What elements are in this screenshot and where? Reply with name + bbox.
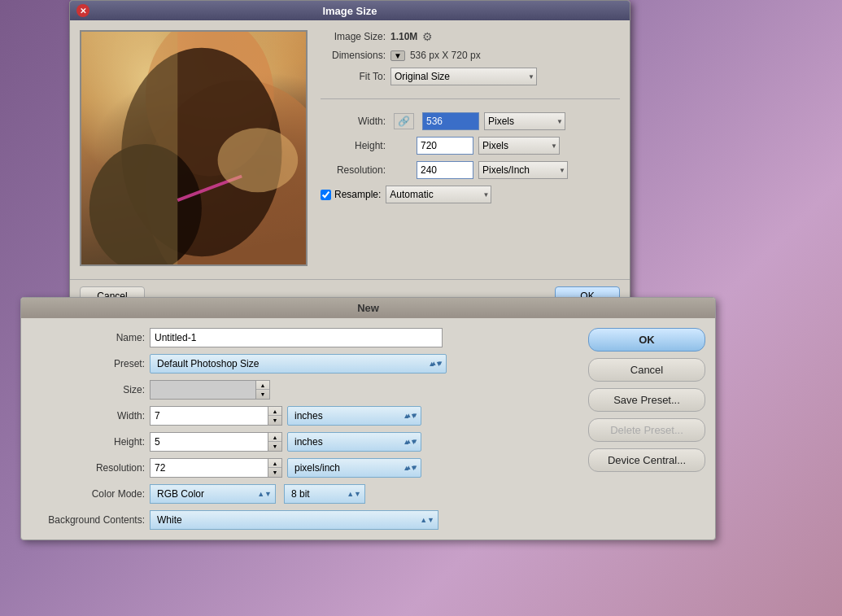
image-size-value: 1.10M [390, 31, 417, 42]
background-select-wrapper: White ▲▼ [150, 510, 438, 530]
new-cancel-button[interactable]: Cancel [588, 358, 705, 382]
resample-checkbox-label[interactable]: Resample: [321, 189, 381, 200]
preset-select-wrapper: Default Photoshop Size ▲▼ [150, 354, 447, 374]
svg-rect-6 [81, 32, 177, 264]
device-central-button[interactable]: Device Central... [588, 448, 705, 472]
width-stepper-down[interactable]: ▼ [268, 416, 281, 425]
new-height-row: Height: ▲ ▼ inches ▲▼ [31, 432, 575, 452]
height-row: Height: Pixels [321, 137, 620, 155]
image-preview [80, 30, 308, 266]
preset-label: Preset: [31, 358, 145, 369]
height-label: Height: [321, 140, 386, 151]
background-select[interactable]: White [150, 510, 438, 530]
image-size-title: Image Size [322, 5, 377, 17]
resample-label: Resample: [334, 189, 381, 200]
width-unit-wrapper: Pixels [484, 112, 565, 130]
height-unit-select[interactable]: Pixels [478, 137, 560, 155]
size-input [150, 380, 255, 400]
new-dialog-left: Name: Preset: Default Photoshop Size ▲▼ … [31, 328, 575, 530]
fit-to-select-wrapper: Original Size [390, 68, 537, 85]
resolution-input[interactable] [417, 161, 473, 179]
color-mode-row: Color Mode: RGB Color ▲▼ 8 bit ▲▼ [31, 484, 575, 504]
image-size-label: Image Size: [321, 31, 386, 42]
name-row: Name: [31, 328, 575, 347]
new-ok-button[interactable]: OK [588, 328, 705, 352]
size-stepper-btns[interactable]: ▲ ▼ [255, 380, 270, 400]
height-unit-select-new[interactable]: inches [287, 432, 421, 452]
resolution-stepper-down[interactable]: ▼ [268, 468, 281, 477]
close-button[interactable]: ✕ [76, 4, 89, 17]
height-stepper-down[interactable]: ▼ [268, 442, 281, 451]
size-stepper-up[interactable]: ▲ [256, 381, 269, 390]
resolution-label: Resolution: [321, 164, 386, 176]
size-row: Size: ▲ ▼ [31, 380, 575, 400]
chain-icon: 🔗 [394, 113, 414, 129]
resolution-stepper-btns[interactable]: ▲ ▼ [268, 458, 282, 478]
size-stepper: ▲ ▼ [150, 380, 270, 400]
resolution-stepper: ▲ ▼ [150, 458, 282, 478]
new-resolution-row: Resolution: ▲ ▼ pixels/inch ▲▼ [31, 458, 575, 478]
resolution-row: Resolution: Pixels/Inch [321, 161, 620, 179]
fit-to-label: Fit To: [321, 71, 386, 82]
width-unit-wrapper-new: inches ▲▼ [287, 406, 421, 426]
resample-select-wrapper: Automatic [386, 186, 491, 203]
color-mode-label: Color Mode: [31, 488, 145, 500]
new-dialog: New Name: Preset: Default Photoshop Size… [20, 297, 716, 540]
new-width-label: Width: [31, 410, 145, 422]
bit-depth-select-wrapper: 8 bit ▲▼ [284, 484, 365, 504]
height-unit-wrapper: Pixels [478, 137, 560, 155]
color-mode-select[interactable]: RGB Color [150, 484, 276, 504]
preset-select[interactable]: Default Photoshop Size [150, 354, 447, 374]
width-row: Width: 🔗 Pixels [321, 112, 620, 130]
name-input[interactable] [150, 328, 443, 347]
resample-select[interactable]: Automatic [386, 186, 491, 203]
width-input[interactable] [422, 112, 479, 130]
width-label: Width: [321, 116, 386, 127]
resolution-stepper-up[interactable]: ▲ [268, 459, 281, 468]
size-stepper-down[interactable]: ▼ [256, 390, 269, 399]
delete-preset-button[interactable]: Delete Preset... [588, 418, 705, 442]
new-height-label: Height: [31, 436, 145, 448]
new-resolution-label: Resolution: [31, 462, 145, 474]
background-label: Background Contents: [31, 514, 145, 526]
width-stepper: ▲ ▼ [150, 406, 282, 426]
save-preset-button[interactable]: Save Preset... [588, 388, 705, 412]
new-height-input[interactable] [150, 432, 268, 452]
new-width-row: Width: ▲ ▼ inches ▲▼ [31, 406, 575, 426]
image-size-dialog: ✕ Image Size [69, 0, 630, 317]
image-settings-panel: Image Size: 1.10M ⚙ Dimensions: ▼ 536 px… [321, 30, 620, 266]
dimensions-label: Dimensions: [321, 50, 386, 61]
dimensions-toggle[interactable]: ▼ [390, 50, 405, 61]
width-unit-select-new[interactable]: inches [287, 406, 421, 426]
height-unit-wrapper-new: inches ▲▼ [287, 432, 421, 452]
width-unit-select[interactable]: Pixels [484, 112, 565, 130]
new-dialog-titlebar: New [21, 298, 715, 318]
bit-depth-select[interactable]: 8 bit [284, 484, 365, 504]
resolution-unit-wrapper: Pixels/Inch [478, 161, 568, 179]
new-width-input[interactable] [150, 406, 268, 426]
gear-icon[interactable]: ⚙ [422, 30, 433, 43]
new-resolution-input[interactable] [150, 458, 268, 478]
color-mode-select-wrapper: RGB Color ▲▼ [150, 484, 276, 504]
new-dialog-right: OK Cancel Save Preset... Delete Preset..… [575, 328, 705, 530]
height-stepper-btns[interactable]: ▲ ▼ [268, 432, 282, 452]
image-size-titlebar: ✕ Image Size [70, 1, 630, 20]
resolution-unit-select-new[interactable]: pixels/inch [287, 458, 421, 478]
svg-point-5 [218, 128, 299, 192]
height-stepper-up[interactable]: ▲ [268, 433, 281, 442]
height-stepper: ▲ ▼ [150, 432, 282, 452]
width-stepper-btns[interactable]: ▲ ▼ [268, 406, 282, 426]
preset-row: Preset: Default Photoshop Size ▲▼ [31, 354, 575, 374]
fit-to-select[interactable]: Original Size [390, 68, 537, 85]
resample-checkbox[interactable] [321, 190, 331, 200]
name-label: Name: [31, 332, 145, 343]
dimensions-value: 536 px X 720 px [410, 50, 481, 61]
resolution-unit-select[interactable]: Pixels/Inch [478, 161, 568, 179]
resample-row: Resample: Automatic [321, 186, 620, 203]
background-row: Background Contents: White ▲▼ [31, 510, 575, 530]
size-label: Size: [31, 384, 145, 395]
width-stepper-up[interactable]: ▲ [268, 407, 281, 416]
resolution-unit-wrapper-new: pixels/inch ▲▼ [287, 458, 421, 478]
height-input[interactable] [417, 137, 473, 155]
new-dialog-title: New [357, 302, 379, 314]
